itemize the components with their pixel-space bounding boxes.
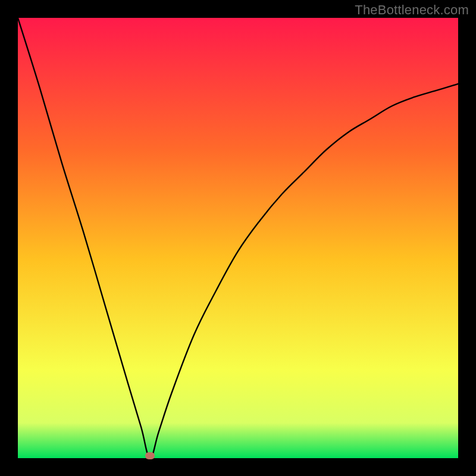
watermark-text: TheBottleneck.com (355, 2, 469, 18)
optimal-point-marker (145, 452, 155, 459)
chart-frame (18, 18, 458, 458)
plot-area (18, 18, 458, 458)
gradient-background (18, 18, 458, 458)
